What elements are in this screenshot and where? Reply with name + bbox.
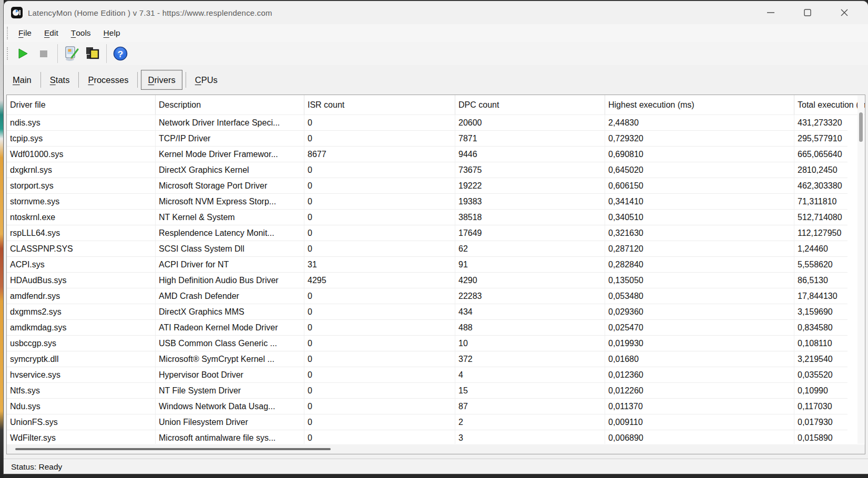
table-row[interactable]: hvservice.sys Hypervisor Boot Driver 0 4…	[7, 367, 847, 383]
cell-dpc-count: 19222	[455, 178, 605, 193]
cell-isr-count: 0	[304, 336, 455, 351]
drivers-table: Driver file Description ISR count DPC co…	[6, 95, 865, 454]
table-row[interactable]: ndis.sys Network Driver Interface Speci.…	[7, 115, 847, 131]
app-icon	[11, 7, 23, 18]
table-row[interactable]: Ntfs.sys NT File System Driver 0 15 0,01…	[7, 383, 847, 399]
menu-edit[interactable]: Edit	[38, 24, 65, 42]
cell-driver-file: CLASSPNP.SYS	[7, 241, 156, 256]
table-row[interactable]: dxgmms2.sys DirectX Graphics MMS 0 434 0…	[7, 304, 847, 320]
cell-description: DirectX Graphics Kernel	[156, 162, 304, 178]
column-header-dpc-count[interactable]: DPC count	[455, 95, 605, 115]
menu-file[interactable]: File	[12, 24, 38, 42]
table-row[interactable]: symcryptk.dll Microsoft® SymCrypt Kernel…	[7, 351, 847, 367]
cell-isr-count: 0	[304, 399, 455, 414]
cell-isr-count: 0	[304, 351, 455, 367]
stop-icon	[37, 47, 50, 60]
horizontal-scrollbar[interactable]	[7, 444, 857, 454]
cell-isr-count: 4295	[304, 273, 455, 288]
cell-total-execution: 0,108110	[794, 336, 847, 351]
cell-dpc-count: 19383	[455, 194, 605, 209]
cell-driver-file: ACPI.sys	[7, 257, 156, 272]
horizontal-scrollbar-thumb[interactable]	[15, 448, 331, 450]
table-row[interactable]: dxgkrnl.sys DirectX Graphics Kernel 0 73…	[7, 162, 847, 178]
cell-isr-count: 0	[304, 225, 455, 241]
report-icon	[85, 46, 100, 61]
table-row[interactable]: usbccgp.sys USB Common Class Generic ...…	[7, 336, 847, 351]
cell-description: Microsoft Storage Port Driver	[156, 178, 304, 193]
cell-highest-execution: 0,287120	[605, 241, 794, 256]
cell-dpc-count: 10	[455, 336, 605, 351]
analyze-button[interactable]	[61, 44, 82, 64]
table-row[interactable]: UnionFS.sys Union Filesystem Driver 0 2 …	[7, 414, 847, 430]
cell-driver-file: Ndu.sys	[7, 399, 156, 414]
cell-driver-file: dxgkrnl.sys	[7, 162, 156, 178]
cell-isr-count: 0	[304, 115, 455, 130]
vertical-scrollbar[interactable]	[857, 96, 864, 444]
cell-total-execution: 112,127950	[794, 225, 847, 241]
table-row[interactable]: rspLLL64.sys Resplendence Latency Monit.…	[7, 225, 847, 241]
tab-cpus[interactable]: CPUs	[186, 70, 227, 90]
table-row[interactable]: WdFilter.sys Microsoft antimalware file …	[7, 430, 847, 444]
table-row[interactable]: ACPI.sys ACPI Driver for NT 31 91 0,2828…	[7, 257, 847, 273]
cell-isr-count: 0	[304, 241, 455, 256]
maximize-button[interactable]	[789, 4, 826, 22]
table-row[interactable]: stornvme.sys Microsoft NVM Express Storp…	[7, 194, 847, 210]
column-header-description[interactable]: Description	[156, 95, 304, 115]
tab-main[interactable]: Main	[4, 70, 40, 90]
titlebar[interactable]: LatencyMon (Home Edition ) v 7.31 - http…	[4, 1, 868, 24]
cell-description: Network Driver Interface Speci...	[156, 115, 304, 130]
cell-isr-count: 8677	[304, 147, 455, 162]
menu-tools[interactable]: Tools	[65, 24, 97, 42]
minimize-button[interactable]	[752, 4, 789, 22]
cell-isr-count: 0	[304, 383, 455, 398]
cell-driver-file: hvservice.sys	[7, 367, 156, 382]
table-row[interactable]: amdfendr.sys AMD Crash Defender 0 22283 …	[7, 288, 847, 304]
cell-total-execution: 3,159690	[794, 304, 847, 319]
tab-stats[interactable]: Stats	[41, 70, 79, 90]
column-header-isr-count[interactable]: ISR count	[304, 95, 455, 115]
cell-driver-file: ndis.sys	[7, 115, 156, 130]
cell-highest-execution: 0,645020	[605, 162, 794, 178]
cell-description: DirectX Graphics MMS	[156, 304, 304, 319]
report-button[interactable]	[82, 44, 103, 64]
run-icon	[16, 47, 29, 60]
table-row[interactable]: Ndu.sys Windows Network Data Usag... 0 8…	[7, 399, 847, 414]
table-row[interactable]: Wdf01000.sys Kernel Mode Driver Framewor…	[7, 147, 847, 162]
column-header-highest-execution[interactable]: Highest execution (ms)	[605, 95, 794, 115]
close-button[interactable]	[826, 4, 863, 22]
table-row[interactable]: tcpip.sys TCP/IP Driver 0 7871 0,729320 …	[7, 131, 847, 147]
column-header-total-execution[interactable]: Total execution (ms)	[794, 95, 865, 115]
cell-isr-count: 0	[304, 210, 455, 225]
cell-description: Microsoft antimalware file sys...	[156, 430, 304, 444]
stop-monitor-button[interactable]	[33, 44, 54, 64]
cell-driver-file: stornvme.sys	[7, 194, 156, 209]
cell-highest-execution: 0,282840	[605, 257, 794, 272]
vertical-scrollbar-thumb[interactable]	[859, 112, 863, 142]
cell-dpc-count: 4	[455, 367, 605, 382]
cell-driver-file: amdkmdag.sys	[7, 320, 156, 335]
table-row[interactable]: amdkmdag.sys ATI Radeon Kernel Mode Driv…	[7, 320, 847, 336]
cell-driver-file: UnionFS.sys	[7, 414, 156, 430]
table-row[interactable]: storport.sys Microsoft Storage Port Driv…	[7, 178, 847, 194]
table-row[interactable]: ntoskrnl.exe NT Kernel & System 0 38518 …	[7, 210, 847, 225]
cell-total-execution: 3,219540	[794, 351, 847, 367]
cell-total-execution: 0,015890	[794, 430, 847, 444]
tab-processes[interactable]: Processes	[79, 70, 137, 90]
cell-driver-file: Wdf01000.sys	[7, 147, 156, 162]
cell-total-execution: 86,5130	[794, 273, 847, 288]
cell-driver-file: WdFilter.sys	[7, 430, 156, 444]
cell-isr-count: 0	[304, 430, 455, 444]
cell-highest-execution: 0,606150	[605, 178, 794, 193]
cell-dpc-count: 2	[455, 414, 605, 430]
run-monitor-button[interactable]	[12, 44, 33, 64]
cell-description: Union Filesystem Driver	[156, 414, 304, 430]
menu-help[interactable]: Help	[97, 24, 127, 42]
tab-drivers[interactable]: Drivers	[141, 70, 182, 90]
table-row[interactable]: HDAudBus.sys High Definition Audio Bus D…	[7, 273, 847, 288]
column-header-driver-file[interactable]: Driver file	[7, 95, 156, 115]
help-icon: ?	[113, 46, 128, 61]
cell-highest-execution: 0,341410	[605, 194, 794, 209]
cell-description: TCP/IP Driver	[156, 131, 304, 146]
help-button[interactable]: ?	[110, 44, 131, 64]
table-row[interactable]: CLASSPNP.SYS SCSI Class System Dll 0 62 …	[7, 241, 847, 257]
